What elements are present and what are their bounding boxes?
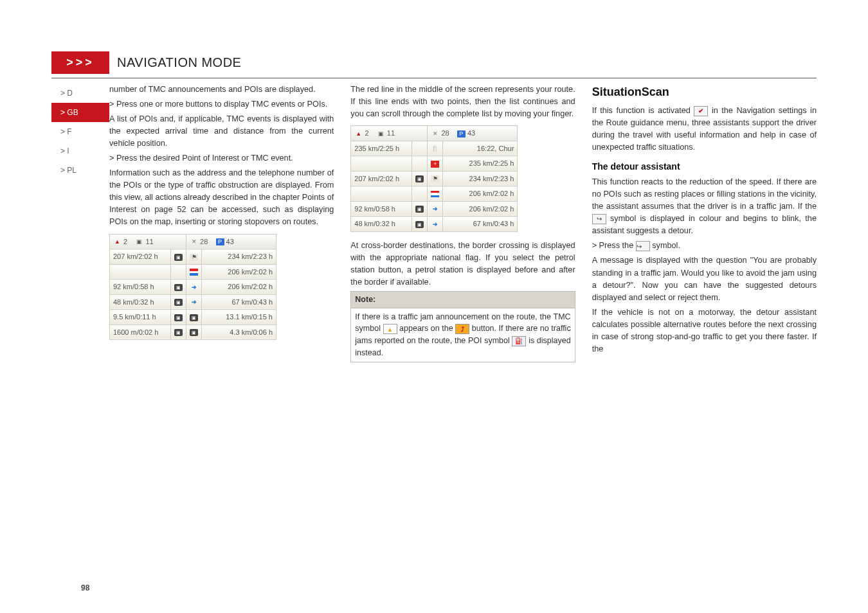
arrow-icon: ➔ <box>431 206 439 213</box>
table2-body: 235 km/2:25 h🍴16:22, Chur+235 km/2:25 h2… <box>351 141 518 231</box>
warning-icon: ▲ <box>113 238 122 245</box>
table-row[interactable]: 206 km/2:02 h <box>110 264 276 280</box>
parking-icon: P <box>216 238 224 245</box>
header: >>> NAVIGATION MODE <box>51 51 817 74</box>
c3-p3: A message is displayed with the question… <box>592 254 817 303</box>
poi-icon: ▣ <box>135 238 143 245</box>
arrow-icon: ➔ <box>190 299 198 306</box>
c1-b1: > Press one or more buttons to display T… <box>109 98 334 111</box>
table-row[interactable]: 92 km/0:58 h▣➔206 km/2:02 h <box>110 280 276 295</box>
speed-icon: ▣ <box>174 314 183 321</box>
c3-b1: > Press the ↪ symbol. <box>592 240 817 252</box>
lang-i[interactable]: > I <box>51 141 109 161</box>
c1-b2: > Press the desired Point of Interest or… <box>109 152 334 164</box>
speed-icon: ▣ <box>174 254 183 261</box>
poi-table-1: ▲ 2 ▣ 11 ✕ 28 P 43 207 km/2:02 h▣⚑234 km… <box>109 234 276 341</box>
fuel-poi-icon: ⛽ <box>512 336 526 346</box>
note-body: If there is a traffic jam announcement o… <box>350 308 575 362</box>
arrow-icon: ➔ <box>431 221 439 228</box>
detour-symbol-icon: ↪ <box>592 214 606 224</box>
speed-icon: ▣ <box>174 299 183 306</box>
c3-p1: If this function is activated ✔ in the N… <box>592 105 817 154</box>
chevron-box: >>> <box>51 51 109 74</box>
table-row[interactable]: 48 km/0:32 h▣➔67 km/0:43 h <box>351 217 518 232</box>
detour-symbol-icon: ↪ <box>636 241 650 251</box>
column-1: number of TMC announcements and POIs are… <box>109 84 334 362</box>
speed-icon: ▣ <box>415 206 424 213</box>
c3-p4: If the vehicle is not on a motorway, the… <box>592 306 817 355</box>
lang-f[interactable]: > F <box>51 122 109 141</box>
c2-p1: The red line in the middle of the screen… <box>350 84 575 120</box>
parking-icon: P <box>457 130 466 138</box>
luxembourg-flag-icon <box>431 191 439 198</box>
table-row[interactable]: 235 km/2:25 h🍴16:22, Chur <box>351 141 518 156</box>
flag-icon: ⚑ <box>431 175 439 182</box>
c2-p2: At cross-border destinations, the border… <box>350 240 575 289</box>
table-row[interactable]: 207 km/2:02 h▣⚑234 km/2:23 h <box>351 171 518 186</box>
speed-icon: ▣ <box>415 221 424 228</box>
swiss-flag-icon: + <box>431 161 439 168</box>
column-2: The red line in the middle of the screen… <box>350 84 575 362</box>
c3-p2: This function reacts to the reduction of… <box>592 176 817 237</box>
lang-pl[interactable]: > PL <box>51 161 109 180</box>
speed-icon: ▣ <box>190 314 198 321</box>
table-row[interactable]: 48 km/0:32 h▣➔67 km/0:43 h <box>110 294 276 310</box>
c1-p1: number of TMC announcements and POIs are… <box>109 84 334 96</box>
table-row[interactable]: +235 km/2:25 h <box>351 156 518 172</box>
warning-icon: ▲ <box>354 130 363 138</box>
rest-icon: 🍴 <box>431 145 439 152</box>
luxembourg-flag-icon <box>190 269 198 276</box>
fork-icon: ✕ <box>431 130 439 138</box>
situation-scan-heading: SituationScan <box>592 84 817 101</box>
table-row[interactable]: 207 km/2:02 h▣⚑234 km/2:23 h <box>110 249 276 265</box>
detour-button-icon: ⤴ <box>455 324 469 334</box>
c1-p2: A list of POIs and, if applicable, TMC e… <box>109 113 334 150</box>
table-row[interactable]: 206 km/2:02 h <box>351 186 518 202</box>
poi-table-2: ▲ 2 ▣ 11 ✕ 28 P 43 235 km/2:25 h🍴16:22, … <box>350 125 518 232</box>
note-heading: Note: <box>350 291 575 308</box>
page-title: NAVIGATION MODE <box>109 51 249 74</box>
speed-icon: ▣ <box>174 329 183 336</box>
fork-icon: ✕ <box>190 238 198 245</box>
detour-heading: The detour assistant <box>592 160 817 173</box>
table1-body: 207 km/2:02 h▣⚑234 km/2:23 h206 km/2:02 … <box>110 249 276 340</box>
checkbox-icon: ✔ <box>694 106 708 116</box>
column-3: SituationScan If this function is activa… <box>592 84 817 362</box>
speed-icon: ▣ <box>415 175 424 182</box>
language-rail: > D> GB> F> I> PL <box>51 84 109 362</box>
table-row[interactable]: 1600 m/0:02 h▣▣4.3 km/0:06 h <box>110 324 276 340</box>
arrow-icon: ➔ <box>190 284 198 291</box>
lang-d[interactable]: > D <box>51 84 109 103</box>
flag-icon: ⚑ <box>190 254 198 261</box>
table-row[interactable]: 9.5 km/0:11 h▣▣13.1 km/0:15 h <box>110 310 276 325</box>
traffic-cone-icon: ▲ <box>383 324 397 334</box>
speed-icon: ▣ <box>190 329 198 336</box>
page-number: 98 <box>81 583 89 592</box>
poi-icon: ▣ <box>377 130 385 138</box>
header-rule <box>51 78 817 78</box>
c1-p3: Information such as the address and the … <box>109 167 334 228</box>
tabs-row: ▲ 2 ▣ 11 ✕ 28 P 43 <box>110 234 276 249</box>
lang-gb[interactable]: > GB <box>51 103 109 122</box>
table-row[interactable]: 92 km/0:58 h▣➔206 km/2:02 h <box>351 201 518 217</box>
speed-icon: ▣ <box>174 284 183 291</box>
